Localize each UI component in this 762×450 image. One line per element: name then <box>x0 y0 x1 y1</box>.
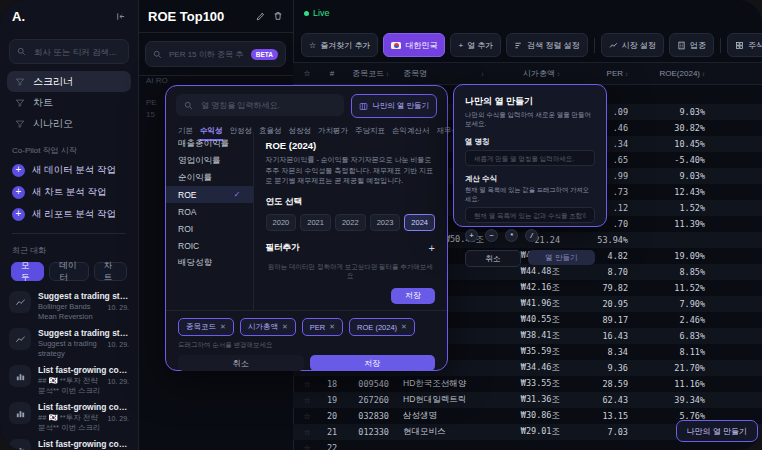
row-number: 21 <box>321 427 343 437</box>
metric-list-item[interactable]: ROI <box>166 220 253 237</box>
column-chip[interactable]: ROE (2024) ✕ <box>349 318 415 336</box>
sidebar-search-input[interactable] <box>32 46 121 58</box>
sidebar-nav-item[interactable]: 스크리너 <box>7 71 131 92</box>
open-custom-column-button[interactable]: 나만의 열 만들기 <box>351 94 437 118</box>
year-option[interactable]: 2024 <box>404 214 435 231</box>
column-header-name[interactable]: 종목명↕ <box>389 68 484 79</box>
ai-search-bar[interactable]: BETA <box>145 41 286 67</box>
sidebar-search[interactable] <box>9 39 129 64</box>
column-chip[interactable]: PER ✕ <box>302 318 343 336</box>
copilot-task-item[interactable]: + 새 데이터 분석 작업 <box>0 159 138 181</box>
chat-list-item[interactable]: Suggest a trading strategy Suggest a tra… <box>0 322 138 359</box>
recent-chat-filter-tab[interactable]: 차트 <box>94 262 127 281</box>
recent-chat-filter-tab[interactable]: 모두 <box>11 262 44 281</box>
toolbar-divider <box>720 38 721 53</box>
row-star-icon[interactable]: ☆ <box>293 412 321 421</box>
selected-columns-footer: 종목코드 ✕ 시가총액 ✕ PER ✕ ROE (2024) <box>166 310 447 370</box>
column-chip[interactable]: 시가총액 ✕ <box>240 318 296 336</box>
column-header-star[interactable]: ☆ <box>293 69 321 78</box>
market-settings-button[interactable]: 시장 설정 <box>601 33 664 57</box>
create-column-button[interactable]: 열 만들기 <box>528 250 595 265</box>
custom-column-cancel-button[interactable]: 취소 <box>465 250 521 267</box>
row-number: 22 <box>321 443 343 450</box>
modal-cancel-button[interactable]: 취소 <box>178 355 304 371</box>
row-star-icon[interactable]: ☆ <box>293 428 321 437</box>
sidebar-nav-item[interactable]: 차트 <box>7 92 131 113</box>
chat-list-item[interactable]: Suggest a trading strategy Bollinger Ban… <box>0 285 138 322</box>
chat-list-item[interactable]: List fast-growing companies o... ## 🇰🇷 *… <box>0 396 138 433</box>
floating-create-column-button[interactable]: 나만의 열 만들기 <box>676 420 758 442</box>
operator-button[interactable]: + <box>465 229 478 242</box>
column-header-num[interactable]: # <box>321 69 343 78</box>
formula-input[interactable] <box>472 211 588 220</box>
column-chip[interactable]: 종목코드 ✕ <box>178 318 234 336</box>
metric-list-item[interactable]: 순이익률 <box>166 169 253 186</box>
roe-value: 30.82% <box>628 123 705 133</box>
column-search[interactable] <box>176 94 344 116</box>
year-option[interactable]: 2021 <box>300 214 331 231</box>
year-option[interactable]: 2023 <box>370 214 401 231</box>
edit-title-icon[interactable] <box>256 11 266 21</box>
toolbar-divider <box>594 38 595 53</box>
kr-flag-icon <box>391 42 401 49</box>
stock-type-button[interactable]: 주식 타입 <box>727 33 762 57</box>
sidebar-nav-item[interactable]: 시나리오 <box>7 113 131 134</box>
chip-label: 시가총액 <box>248 322 278 332</box>
metric-list-item[interactable]: 매출총이익률 <box>166 135 253 152</box>
column-name-label: 열 명칭 <box>465 137 595 147</box>
sector-button[interactable]: 업종 <box>669 33 714 57</box>
market-cap: ₩30.86조 <box>484 410 560 422</box>
column-name-field[interactable] <box>465 150 595 166</box>
column-header-per[interactable]: PER↕ <box>560 69 628 78</box>
chat-title: Suggest a trading strategy <box>38 328 129 338</box>
chat-list-item[interactable]: List fast-growing companies o... ## 🇰🇷 *… <box>0 433 138 450</box>
modal-save-button[interactable]: 저장 <box>310 355 436 371</box>
country-filter-button[interactable]: 대한민국 <box>383 33 445 57</box>
grid-icon <box>735 41 744 50</box>
table-row[interactable]: ☆ 19 267260 HD현대일렉트릭 ₩31.36조 62.43 39.34… <box>293 392 762 408</box>
formula-label: 계산 수식 <box>465 174 595 184</box>
copilot-task-item[interactable]: + 새 차트 분석 작업 <box>0 181 138 203</box>
sort-settings-button[interactable]: 검색 정렬 설정 <box>506 33 587 57</box>
remove-chip-icon[interactable]: ✕ <box>282 323 288 331</box>
table-row[interactable]: ☆ 18 009540 HD한국조선해양 ₩33.55조 28.59 11.16… <box>293 376 762 392</box>
metric-detail-panel: ROE (2024) 자기자본이익률 - 순이익을 자기자본으로 나눈 비율로 … <box>254 132 447 310</box>
add-column-button[interactable]: + 열 추가 <box>450 33 501 57</box>
column-header-roe[interactable]: ROE(2024)↕ <box>628 69 705 78</box>
row-star-icon[interactable]: ☆ <box>293 444 321 450</box>
row-star-icon[interactable]: ☆ <box>293 396 321 405</box>
remove-chip-icon[interactable]: ✕ <box>329 323 335 331</box>
ai-search-input[interactable] <box>167 49 246 60</box>
metric-save-button[interactable]: 저장 <box>391 288 435 304</box>
operator-button[interactable]: / <box>525 229 538 242</box>
metric-list-item[interactable]: ROE ✓ <box>166 186 253 203</box>
metric-list-item[interactable]: ROIC <box>166 237 253 254</box>
sidebar-nav: 스크리너 차트 시나리오 <box>7 71 131 134</box>
delete-screener-icon[interactable] <box>273 11 283 21</box>
roe-value: 8.11% <box>628 347 705 357</box>
column-header-mktcap[interactable]: 시가총액↕ <box>484 68 560 79</box>
operator-button[interactable]: * <box>505 229 518 242</box>
collapse-sidebar-icon[interactable] <box>115 11 126 22</box>
year-option[interactable]: 2022 <box>335 214 366 231</box>
add-filter-plus-icon[interactable]: + <box>429 242 435 254</box>
column-name-input[interactable] <box>472 154 588 163</box>
remove-chip-icon[interactable]: ✕ <box>401 323 407 331</box>
formula-field[interactable] <box>465 207 595 223</box>
metric-list-item[interactable]: 배당성향 <box>166 254 253 271</box>
remove-chip-icon[interactable]: ✕ <box>220 323 226 331</box>
chat-list-item[interactable]: List fast-growing companies o... ## 🇰🇷 *… <box>0 359 138 396</box>
metric-list-item[interactable]: 영업이익률 <box>166 152 253 169</box>
add-favorite-button[interactable]: ☆ 즐겨찾기 추가 <box>301 33 378 57</box>
chat-date: 10. 29. <box>108 378 129 385</box>
drag-order-hint: 드래그하여 순서를 변경해보세요 <box>178 341 435 350</box>
year-option[interactable]: 2020 <box>266 214 297 231</box>
metric-list-item[interactable]: ROA <box>166 203 253 220</box>
row-star-icon[interactable]: ☆ <box>293 380 321 389</box>
operator-button[interactable]: − <box>485 229 498 242</box>
column-header-code[interactable]: 종목코드↕ <box>343 68 389 79</box>
column-search-input[interactable] <box>199 100 336 111</box>
beta-badge: BETA <box>251 49 278 60</box>
copilot-task-item[interactable]: + 새 리포트 분석 작업 <box>0 203 138 225</box>
recent-chat-filter-tab[interactable]: 데이터 <box>49 262 89 281</box>
